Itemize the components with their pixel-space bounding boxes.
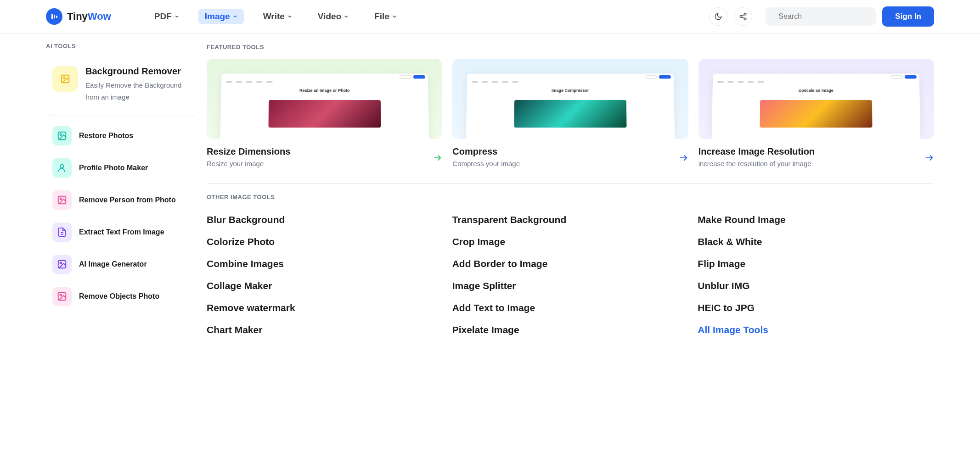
other-tool-item[interactable]: Blur Background	[207, 209, 443, 231]
main-content: FEATURED TOOLS Resize an Image or Photo …	[197, 33, 980, 355]
tool-title: Remove Person from Photo	[79, 196, 176, 204]
card-preview: Resize an Image or Photo	[207, 59, 442, 139]
logo-text: TinyWow	[67, 11, 111, 22]
featured-card[interactable]: Resize an Image or Photo Resize Dimensio…	[207, 59, 442, 167]
nav-item-file[interactable]: File	[368, 9, 403, 24]
svg-point-0	[744, 13, 747, 16]
arrow-right-icon	[432, 153, 442, 163]
tool-icon	[52, 287, 72, 306]
tool-title: Remove Objects Photo	[79, 292, 159, 301]
card-preview: Image Compressor	[452, 59, 688, 139]
chevron-down-icon	[175, 14, 179, 19]
nav-item-write[interactable]: Write	[257, 9, 299, 24]
nav-item-pdf[interactable]: PDF	[148, 9, 186, 24]
other-tool-item[interactable]: Pixelate Image	[452, 319, 689, 341]
share-icon	[739, 12, 747, 21]
logo[interactable]: TinyWow	[46, 8, 111, 25]
other-tool-item[interactable]: HEIC to JPG	[698, 297, 934, 319]
other-tool-item[interactable]: Transparent Background	[452, 209, 689, 231]
search-box[interactable]	[766, 7, 876, 26]
other-tool-item[interactable]: Make Round Image	[698, 209, 934, 231]
card-preview: Upscale an Image	[698, 59, 934, 139]
divider	[207, 183, 934, 184]
chevron-up-icon	[233, 14, 237, 19]
other-tool-item[interactable]: Flip Image	[698, 253, 934, 275]
svg-point-8	[63, 77, 65, 78]
other-tool-item[interactable]: Image Splitter	[452, 275, 689, 297]
nav-label: Write	[263, 11, 285, 22]
svg-point-17	[60, 262, 62, 264]
ai-tool-item[interactable]: Restore Photos	[46, 120, 197, 152]
card-title: Resize Dimensions	[207, 146, 290, 157]
arrow-right-icon	[678, 153, 688, 163]
nav-label: Image	[205, 11, 230, 22]
card-desc: increase the resolution of your image	[698, 160, 815, 167]
all-tools-link[interactable]: All Image Tools	[698, 319, 934, 341]
nav-label: Video	[318, 11, 341, 22]
tool-title: Background Remover	[85, 66, 191, 77]
search-input[interactable]	[778, 12, 870, 21]
tool-title: Profile Photo Maker	[79, 164, 148, 172]
theme-toggle-button[interactable]	[709, 7, 727, 26]
other-heading: OTHER IMAGE TOOLS	[207, 194, 934, 201]
tool-desc: Easily Remove the Background from an ima…	[85, 79, 191, 103]
logo-mark-icon	[46, 8, 62, 25]
other-tool-item[interactable]: Colorize Photo	[207, 231, 443, 253]
signin-button[interactable]: Sign In	[882, 6, 934, 27]
nav-label: PDF	[154, 11, 172, 22]
card-desc: Compress your image	[452, 160, 520, 167]
tool-title: Extract Text From Image	[79, 228, 164, 236]
svg-line-4	[742, 15, 744, 16]
nav-label: File	[374, 11, 389, 22]
nav-item-video[interactable]: Video	[311, 9, 355, 24]
share-button[interactable]	[734, 7, 752, 26]
featured-card[interactable]: Upscale an Image Increase Image Resoluti…	[698, 59, 934, 167]
chevron-down-icon	[287, 14, 292, 19]
other-tool-item[interactable]: Remove watermark	[207, 297, 443, 319]
card-desc: Resize your image	[207, 160, 290, 167]
featured-card[interactable]: Image Compressor CompressCompress your i…	[452, 59, 688, 167]
main-nav: PDFImageWriteVideoFile	[148, 9, 403, 24]
tool-title: AI Image Generator	[79, 260, 147, 268]
other-tool-item[interactable]: Add Text to Image	[452, 297, 689, 319]
tool-icon	[52, 190, 72, 210]
tool-icon	[52, 126, 72, 145]
sidebar-heading: AI TOOLS	[46, 43, 197, 50]
nav-item-image[interactable]: Image	[198, 9, 244, 24]
other-tool-item[interactable]: Chart Maker	[207, 319, 443, 341]
header: TinyWow PDFImageWriteVideoFile Sign In	[0, 0, 980, 33]
card-title: Increase Image Resolution	[698, 146, 815, 157]
arrow-right-icon	[924, 153, 934, 163]
moon-icon	[714, 12, 722, 21]
header-right: Sign In	[709, 6, 934, 27]
ai-tool-item[interactable]: Remove Person from Photo	[46, 184, 197, 216]
other-tool-item[interactable]: Crop Image	[452, 231, 689, 253]
svg-point-10	[60, 134, 62, 135]
svg-point-2	[744, 18, 747, 20]
ai-tool-item[interactable]: AI Image Generator	[46, 248, 197, 280]
chevron-down-icon	[392, 14, 397, 19]
ai-tool-item[interactable]: Profile Photo Maker	[46, 152, 197, 184]
svg-point-11	[60, 165, 63, 168]
tool-title: Restore Photos	[79, 132, 133, 140]
tool-icon	[52, 158, 72, 178]
svg-point-13	[60, 198, 62, 200]
other-tool-item[interactable]: Collage Maker	[207, 275, 443, 297]
ai-tool-item[interactable]: Remove Objects Photo	[46, 280, 197, 312]
ai-tool-item[interactable]: Background RemoverEasily Remove the Back…	[46, 57, 197, 116]
divider	[759, 10, 759, 23]
sidebar: AI TOOLS Background RemoverEasily Remove…	[0, 33, 197, 355]
svg-point-1	[740, 16, 743, 18]
other-tool-item[interactable]: Add Border to Image	[452, 253, 689, 275]
other-tool-item[interactable]: Black & White	[698, 231, 934, 253]
tool-icon	[52, 255, 72, 274]
svg-line-3	[742, 17, 744, 18]
chevron-down-icon	[344, 14, 349, 19]
card-title: Compress	[452, 146, 520, 157]
tool-icon	[52, 66, 78, 92]
ai-tool-item[interactable]: Extract Text From Image	[46, 216, 197, 248]
tool-icon	[52, 223, 72, 242]
featured-heading: FEATURED TOOLS	[207, 44, 934, 50]
other-tool-item[interactable]: Unblur IMG	[698, 275, 934, 297]
other-tool-item[interactable]: Combine Images	[207, 253, 443, 275]
